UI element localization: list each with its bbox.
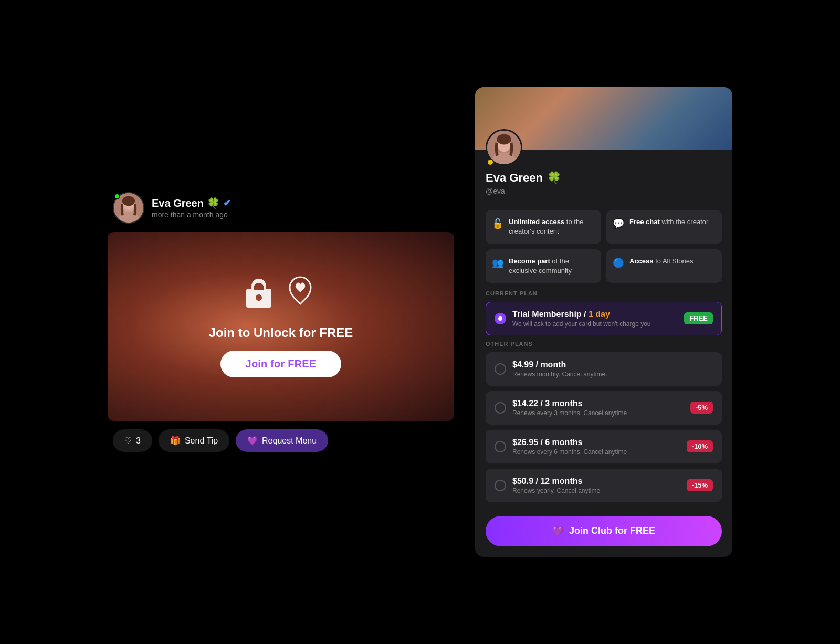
feature-text-3: Become part of the exclusive community — [509, 257, 595, 276]
plan-item-3months[interactable]: $14.22 / 3 months Renews every 3 months.… — [486, 391, 722, 425]
3month-plan-details: $14.22 / 3 months Renews every 3 months.… — [512, 399, 684, 417]
6month-price: $26.95 / 6 months — [512, 438, 680, 447]
feature-item-2: 💬 Free chat with the creator — [606, 210, 722, 244]
post-actions: ♡ 3 🎁 Send Tip 💜 Request Menu — [108, 421, 454, 452]
monthly-subtext: Renews monthly. Cancel anytime. — [512, 371, 713, 378]
12month-badge: -15% — [687, 479, 713, 491]
avatar-wrapper — [113, 192, 144, 224]
request-menu-label: Request Menu — [262, 436, 317, 446]
3month-radio — [495, 402, 506, 414]
12month-price: $50.9 / 12 months — [512, 477, 680, 486]
features-grid: 🔓 Unlimited access to the creator's cont… — [475, 203, 732, 290]
post-user-info: Eva Green 🍀 ✔ more than a month ago — [152, 197, 231, 219]
trial-plan-item[interactable]: Trial Membership / 1 day We will ask to … — [486, 302, 722, 335]
left-panel: Eva Green 🍀 ✔ more than a month ago Join… — [108, 192, 454, 452]
profile-banner — [475, 87, 732, 150]
menu-icon: 💜 — [247, 436, 258, 446]
tip-icon: 🎁 — [170, 436, 181, 446]
trial-plan-details: Trial Membership / 1 day We will ask to … — [512, 310, 678, 328]
monthly-plan-details: $4.99 / month Renews monthly. Cancel any… — [512, 360, 713, 378]
svg-point-4 — [122, 196, 135, 206]
12month-plan-details: $50.9 / 12 months Renews yearly. Cancel … — [512, 477, 680, 494]
feature-item-3: 👥 Become part of the exclusive community — [486, 249, 601, 283]
profile-handle: @eva — [486, 187, 722, 195]
feature-text-4: Access to All Stories — [629, 257, 693, 266]
send-tip-button[interactable]: 🎁 Send Tip — [159, 429, 229, 452]
send-tip-label: Send Tip — [185, 436, 218, 446]
monthly-radio — [495, 363, 506, 375]
6month-badge: -10% — [687, 440, 713, 452]
join-free-button[interactable]: Join for FREE — [220, 351, 342, 377]
6month-radio — [495, 441, 506, 452]
trial-plan-name: Trial Membership / 1 day — [512, 310, 678, 319]
likes-button[interactable]: ♡ 3 — [113, 429, 152, 452]
heart-icon: ♡ — [124, 436, 132, 446]
trial-subtext: We will ask to add your card but won't c… — [512, 320, 678, 328]
current-plan-section: CURRENT PLAN Trial Membership / 1 day We… — [475, 290, 732, 341]
online-indicator — [114, 193, 120, 199]
12month-subtext: Renews yearly. Cancel anytime — [512, 487, 680, 494]
join-club-icon: 💜 — [552, 525, 564, 537]
3month-price: $14.22 / 3 months — [512, 399, 684, 408]
trial-radio — [495, 313, 506, 324]
other-plans-section: OTHER PLANS $4.99 / month Renews monthly… — [475, 341, 732, 508]
profile-name: Eva Green 🍀 — [486, 171, 722, 185]
trial-separator: / — [584, 310, 589, 319]
6month-subtext: Renews every 6 months. Cancel anytime — [512, 448, 680, 456]
join-club-button[interactable]: 💜 Join Club for FREE — [486, 516, 722, 546]
free-badge: FREE — [684, 312, 713, 324]
current-plan-label: CURRENT PLAN — [486, 290, 722, 297]
username-text: Eva Green — [152, 197, 204, 209]
svg-point-8 — [497, 134, 511, 145]
join-unlock-text: Join to Unlock for FREE — [209, 325, 353, 340]
trial-name-text: Trial Membership — [512, 310, 582, 319]
profile-name-text: Eva Green — [486, 171, 543, 185]
emoji-icon: 🍀 — [207, 197, 220, 209]
feature-item-1: 🔓 Unlimited access to the creator's cont… — [486, 210, 601, 244]
post-username: Eva Green 🍀 ✔ — [152, 197, 231, 209]
likes-count: 3 — [136, 436, 141, 446]
unlock-icon: 🔓 — [492, 218, 503, 229]
right-panel: Eva Green 🍀 @eva 🔓 Unlimited access to t… — [475, 87, 732, 557]
post-image: Join to Unlock for FREE Join for FREE — [108, 232, 454, 421]
plan-item-6months[interactable]: $26.95 / 6 months Renews every 6 months.… — [486, 430, 722, 463]
monthly-price: $4.99 / month — [512, 360, 713, 369]
post-header: Eva Green 🍀 ✔ more than a month ago — [108, 192, 454, 232]
feature-item-4: 🔵 Access to All Stories — [606, 249, 722, 283]
feature-text-2: Free chat with the creator — [629, 217, 708, 227]
profile-emoji: 🍀 — [547, 171, 561, 185]
chat-icon: 💬 — [613, 218, 624, 229]
6month-plan-details: $26.95 / 6 months Renews every 6 months.… — [512, 438, 680, 456]
group-icon: 👥 — [492, 257, 503, 269]
plan-item-monthly[interactable]: $4.99 / month Renews monthly. Cancel any… — [486, 352, 722, 386]
3month-subtext: Renews every 3 months. Cancel anytime — [512, 409, 684, 417]
stories-icon: 🔵 — [613, 257, 624, 269]
lock-icon — [240, 276, 321, 315]
plan-item-12months[interactable]: $50.9 / 12 months Renews yearly. Cancel … — [486, 469, 722, 502]
3month-badge: -5% — [690, 402, 713, 414]
request-menu-button[interactable]: 💜 Request Menu — [236, 429, 328, 452]
other-plans-label: OTHER PLANS — [486, 341, 722, 347]
verified-icon: ✔ — [223, 197, 231, 209]
feature-text-1: Unlimited access to the creator's conten… — [509, 217, 595, 236]
join-club-label: Join Club for FREE — [569, 525, 655, 536]
radio-inner — [498, 316, 502, 321]
trial-duration: 1 day — [589, 310, 610, 319]
post-time: more than a month ago — [152, 210, 231, 219]
12month-radio — [495, 480, 506, 491]
